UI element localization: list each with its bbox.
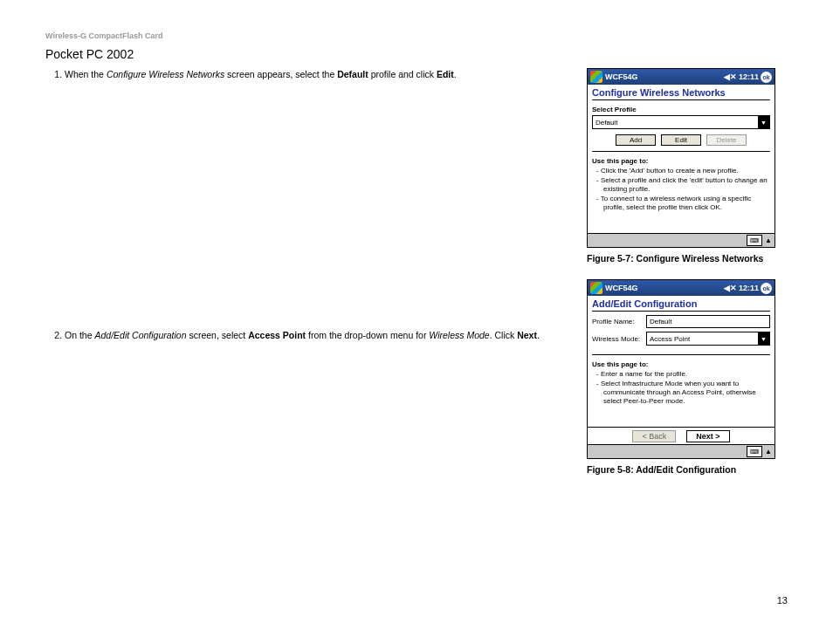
- wireless-mode-value: Access Point: [647, 335, 758, 343]
- ppc-titlebar: WCF54G ◀✕ 12:11 ok: [588, 69, 774, 85]
- wireless-mode-label: Wireless Mode:: [592, 335, 643, 343]
- profile-name-input[interactable]: Default: [646, 315, 770, 328]
- divider: [592, 354, 770, 355]
- figure-5-7-caption: Figure 5-7: Configure Wireless Networks: [587, 253, 788, 264]
- ppc-app-name: WCF54G: [605, 284, 724, 292]
- start-icon[interactable]: [590, 282, 602, 294]
- ppc-screen-heading: Configure Wireless Networks: [588, 85, 774, 98]
- help-item: Enter a name for the profile.: [602, 370, 770, 379]
- help-item: Select Infrastructure Mode when you want…: [602, 380, 770, 406]
- input-menu-caret-icon[interactable]: ▲: [765, 448, 772, 456]
- help-list: Click the 'Add' button to create a new p…: [588, 167, 774, 212]
- divider: [592, 99, 770, 100]
- ppc-titlebar: WCF54G ◀✕ 12:11 ok: [588, 280, 774, 296]
- help-item: Click the 'Add' button to create a new p…: [602, 167, 770, 175]
- profile-name-label: Profile Name:: [592, 318, 643, 325]
- wizard-nav: < Back Next >: [588, 427, 774, 444]
- section-title: Pocket PC 2002: [45, 47, 788, 61]
- speaker-icon[interactable]: ◀✕: [724, 284, 737, 292]
- divider: [592, 311, 770, 312]
- select-profile-label: Select Profile: [588, 102, 774, 115]
- figure-5-8: WCF54G ◀✕ 12:11 ok Add/Edit Configuratio…: [587, 279, 775, 459]
- figures-column: WCF54G ◀✕ 12:11 ok Configure Wireless Ne…: [587, 68, 788, 490]
- speaker-icon[interactable]: ◀✕: [724, 72, 737, 81]
- add-button[interactable]: Add: [616, 134, 656, 146]
- keyboard-icon[interactable]: ⌨: [747, 446, 762, 457]
- chevron-down-icon[interactable]: ▼: [758, 116, 769, 128]
- wireless-mode-dropdown[interactable]: Access Point ▼: [646, 332, 770, 346]
- start-icon[interactable]: [590, 71, 602, 83]
- ok-button[interactable]: ok: [761, 72, 772, 83]
- ppc-input-panel-bar: ⌨ ▲: [588, 444, 774, 458]
- ppc-screen-heading: Add/Edit Configuration: [588, 296, 774, 309]
- chevron-down-icon[interactable]: ▼: [758, 332, 769, 345]
- ppc-app-name: WCF54G: [605, 72, 724, 81]
- figure-5-8-caption: Figure 5-8: Add/Edit Configuration: [587, 464, 788, 475]
- input-menu-caret-icon[interactable]: ▲: [765, 236, 772, 244]
- next-button[interactable]: Next >: [686, 430, 729, 442]
- step2-text: On the Add/Edit Configuration screen, se…: [65, 330, 540, 340]
- page-number: 13: [777, 595, 788, 606]
- doc-header: Wireless-G CompactFlash Card: [45, 31, 788, 40]
- help-item: To connect to a wireless network using a…: [602, 195, 770, 212]
- ok-button[interactable]: ok: [761, 283, 772, 294]
- ppc-input-panel-bar: ⌨ ▲: [588, 233, 774, 247]
- figure-5-7: WCF54G ◀✕ 12:11 ok Configure Wireless Ne…: [587, 68, 775, 248]
- help-heading: Use this page to:: [588, 357, 774, 370]
- clock-time: 12:11: [739, 72, 759, 81]
- keyboard-icon[interactable]: ⌨: [747, 235, 762, 246]
- help-heading: Use this page to:: [588, 154, 774, 167]
- profile-dropdown-value: Default: [593, 119, 758, 127]
- step-1: When the Configure Wireless Networks scr…: [65, 68, 552, 80]
- back-button[interactable]: < Back: [632, 430, 676, 442]
- help-item: Select a profile and click the 'edit' bu…: [602, 176, 770, 194]
- divider: [592, 151, 770, 152]
- help-list: Enter a name for the profile. Select Inf…: [588, 370, 774, 406]
- profile-dropdown[interactable]: Default ▼: [592, 115, 770, 129]
- clock-time: 12:11: [739, 284, 759, 292]
- step1-text: When the Configure Wireless Networks scr…: [65, 69, 457, 79]
- instructions-column: When the Configure Wireless Networks scr…: [45, 68, 561, 490]
- step-2: On the Add/Edit Configuration screen, se…: [65, 329, 552, 341]
- edit-button[interactable]: Edit: [661, 134, 701, 146]
- delete-button: Delete: [706, 134, 747, 146]
